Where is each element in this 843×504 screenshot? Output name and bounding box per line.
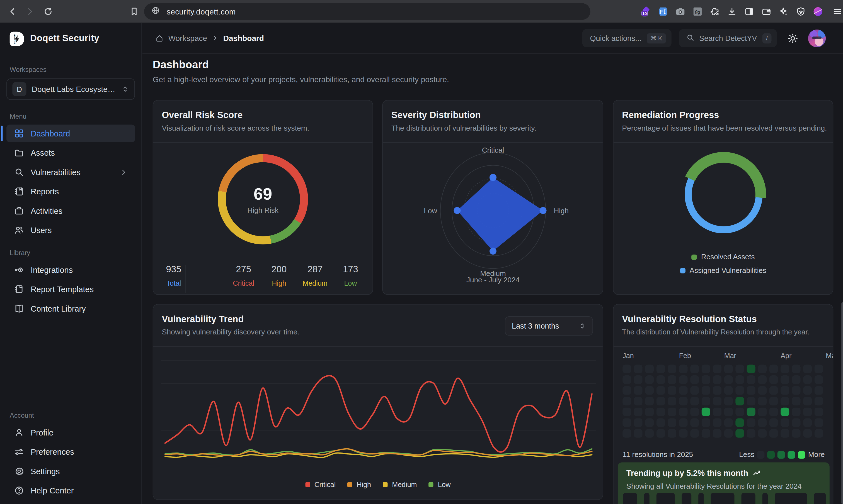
sidebar-item-reports[interactable]: Reports (6, 183, 135, 200)
heatmap-footer: 11 resolutions in 2025 Less More (622, 451, 825, 458)
camera-extension-icon[interactable] (674, 5, 686, 18)
active-indicator (1, 126, 3, 141)
heatmap-cell (758, 364, 767, 373)
heatmap-cell (679, 375, 688, 384)
orb-extension-icon[interactable] (812, 5, 824, 18)
quick-actions-button[interactable]: Quick actions... ⌘ K (582, 29, 671, 47)
search-button[interactable]: Search DetectYV / (679, 29, 777, 47)
heatmap-cell (758, 429, 767, 438)
stat-low: 173Low (334, 264, 367, 287)
stat-high: 200High (263, 264, 295, 287)
puzzle-extension-icon[interactable] (709, 5, 721, 18)
help-icon (14, 486, 24, 496)
sidebar-item-help-center[interactable]: Help Center (6, 482, 135, 500)
sidebar-item-dashboard[interactable]: Dashboard (6, 124, 135, 142)
heatmap-cell (713, 386, 721, 395)
folder-icon (14, 148, 24, 158)
purple-stack-extension-icon[interactable]: 10 (640, 5, 652, 18)
trend-range-select[interactable]: Last 3 months (505, 316, 593, 336)
address-bar[interactable]: security.doqett.com (144, 3, 590, 20)
breadcrumb-workspace[interactable]: Workspace (168, 34, 207, 42)
home-icon[interactable] (155, 34, 164, 42)
heatmap-cell (803, 375, 812, 384)
shield-extension-icon[interactable] (794, 5, 807, 18)
brand: SECURITY Doqett Security (6, 27, 135, 50)
heatmap-cell (634, 386, 642, 395)
trend-legend: CriticalHighMediumLow (153, 481, 603, 489)
book-icon (14, 304, 24, 313)
month-label: May (826, 352, 833, 360)
vulnerability-trend-card: Vulnerability Trend Showing vulnerabilit… (153, 304, 603, 500)
sidebar-item-label: Vulnerabilities (31, 168, 81, 177)
sidebar-item-assets[interactable]: Assets (6, 144, 135, 162)
heatmap-cell (645, 429, 654, 438)
page-header: Dashboard Get a high-level overview of y… (153, 58, 449, 84)
heatmap-cell (668, 397, 676, 406)
sidebar-item-label: Profile (31, 428, 53, 437)
heatmap-cell (622, 386, 631, 395)
heatmap-cell (803, 418, 812, 427)
heatmap-cell (803, 408, 812, 416)
sidebar-item-settings[interactable]: Settings (6, 462, 135, 480)
theme-toggle-sun-icon[interactable] (785, 30, 801, 46)
sidebar-item-vulnerabilities[interactable]: Vulnerabilities (6, 163, 135, 181)
heatmap-cell (702, 375, 710, 384)
sidebar-item-profile[interactable]: Profile (6, 424, 135, 442)
heatmap-cell (634, 364, 642, 373)
workspace-selector[interactable]: D Doqett Labs Ecosystem... (6, 78, 135, 100)
sidebar-item-report-templates[interactable]: Report Templates (6, 281, 135, 298)
bookmark-icon[interactable] (127, 4, 141, 18)
user-avatar[interactable] (808, 29, 826, 47)
risk-stats-row: 935Total275Critical200High287Medium173Lo… (153, 264, 373, 295)
heatmap-cell (656, 408, 665, 416)
remediation-legend: Resolved AssetsAssigned Vulnerabilities (613, 253, 833, 274)
download-extension-icon[interactable] (726, 5, 738, 18)
heatmap-cell (792, 375, 801, 384)
heatmap-scale: Less More (739, 451, 825, 458)
breadcrumb: Workspace Dashboard (155, 34, 264, 42)
heatmap-cell (668, 364, 676, 373)
risk-donut-chart: 69 High Risk (218, 154, 308, 244)
heatmap-cell (656, 418, 665, 427)
browser-toolbar: security.doqett.com 10F0g (0, 0, 843, 23)
sidebar-item-preferences[interactable]: Preferences (6, 443, 135, 461)
heatmap-cell (679, 418, 688, 427)
sidebar-extension-icon[interactable] (743, 5, 755, 18)
heatmap-cell (735, 386, 744, 395)
chevron-right-icon (212, 35, 218, 41)
heatmap-cell (702, 364, 710, 373)
brand-name: Doqett Security (30, 33, 99, 44)
extensions-row: 10F0g (640, 0, 843, 23)
wallet-extension-icon[interactable] (760, 5, 773, 18)
svg-text:High: High (554, 206, 569, 215)
browser-menu-icon[interactable] (831, 5, 843, 18)
sparkle-extension-icon[interactable] (777, 5, 790, 18)
heatmap-cell (758, 397, 767, 406)
page-subtitle: Get a high-level overview of your projec… (153, 75, 449, 84)
scrollbar-thumb[interactable] (841, 302, 843, 504)
sidebar-item-label: Report Templates (31, 285, 94, 294)
heatmap-cell (656, 397, 665, 406)
browser-reload-button[interactable] (41, 4, 55, 18)
heatmap-cell (645, 397, 654, 406)
sidebar-item-users[interactable]: Users (6, 221, 135, 239)
workspace-name: Doqett Labs Ecosystem... (32, 85, 116, 93)
heatmap-cell (814, 418, 823, 427)
browser-forward-button[interactable] (22, 4, 36, 18)
page-title: Dashboard (153, 58, 449, 71)
heatmap-cell (780, 386, 789, 395)
browser-back-button[interactable] (5, 4, 19, 18)
heatmap-cell (690, 397, 699, 406)
card-title: Vulnerabiltiy Resolution Status (622, 314, 757, 325)
fonts-extension-icon[interactable]: F (657, 5, 669, 18)
sidebar-item-label: Dashboard (31, 129, 70, 138)
heatmap-cell (780, 418, 789, 427)
sidebar-item-activities[interactable]: Activities (6, 202, 135, 220)
clipped-bars (623, 493, 830, 504)
remediation-progress-card: Remediation Progress Percentage of issue… (613, 100, 833, 295)
sidebar-item-content-library[interactable]: Content Library (6, 300, 135, 318)
zerog-extension-icon[interactable]: 0g (691, 5, 704, 18)
heatmap-cell (758, 408, 767, 416)
sidebar-item-integrations[interactable]: Integrations (6, 261, 135, 279)
trending-panel: Trending up by 5.2% this month Showing a… (618, 462, 830, 504)
